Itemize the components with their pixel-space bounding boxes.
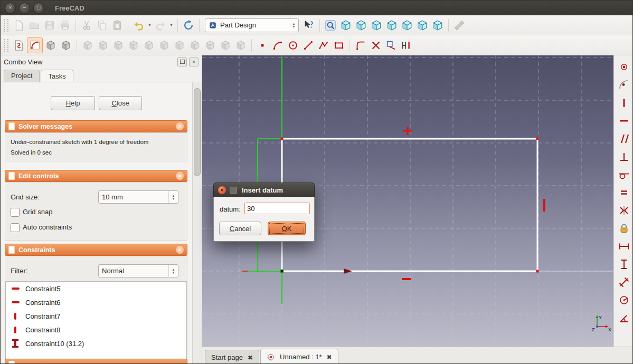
- workbench-selector[interactable]: Part Design ▲▼: [205, 18, 299, 32]
- tab-close-icon[interactable]: ✖: [248, 354, 253, 361]
- chamfer-icon[interactable]: [157, 38, 172, 53]
- point-on-object-icon[interactable]: [617, 78, 631, 92]
- symmetric-constraint-icon[interactable]: [617, 203, 631, 218]
- mirrored-icon[interactable]: [203, 38, 218, 53]
- float-panel-icon[interactable]: [177, 58, 187, 66]
- polar-pattern-icon[interactable]: [233, 38, 248, 53]
- grid-size-select[interactable]: 10 mm ▲▼: [98, 190, 178, 204]
- print-icon[interactable]: [58, 18, 72, 33]
- next-section-header[interactable]: [5, 359, 187, 364]
- right-view-icon[interactable]: [384, 18, 399, 33]
- auto-constraints-checkbox[interactable]: [11, 223, 20, 232]
- dialog-titlebar[interactable]: × Insert datum: [213, 183, 315, 197]
- internal-alignment-icon[interactable]: [399, 38, 414, 53]
- tab-close-icon[interactable]: ✖: [327, 353, 332, 361]
- edit-controls-header[interactable]: Edit controls «: [5, 170, 187, 182]
- coincident-constraint-icon[interactable]: [617, 60, 631, 74]
- fillet-sketch-icon[interactable]: [353, 38, 368, 53]
- constraints-header[interactable]: Constraints «: [5, 244, 187, 256]
- list-item[interactable]: Constraint7: [6, 309, 186, 323]
- fit-all-icon[interactable]: [323, 18, 338, 33]
- create-circle-icon[interactable]: [286, 38, 300, 53]
- front-view-icon[interactable]: [354, 18, 369, 33]
- vertical-constraint-icon[interactable]: [617, 95, 631, 110]
- vertical-distance-icon[interactable]: [617, 257, 631, 272]
- list-item[interactable]: Constraint10 (31.2): [6, 337, 186, 350]
- grid-snap-checkbox[interactable]: [11, 208, 20, 217]
- fillet-icon[interactable]: [141, 38, 156, 53]
- draft-icon[interactable]: [172, 38, 187, 53]
- dialog-close-icon[interactable]: ×: [218, 186, 226, 194]
- sketch-vertices[interactable]: [280, 138, 539, 273]
- horizontal-constraint-icon[interactable]: [617, 113, 631, 128]
- workbench-spinner[interactable]: ▲▼: [289, 19, 298, 32]
- measure-icon[interactable]: [452, 18, 467, 33]
- external-geometry-icon[interactable]: [384, 38, 399, 53]
- tab-tasks[interactable]: Tasks: [41, 70, 73, 82]
- map-sketch-icon[interactable]: [43, 38, 58, 53]
- collapse-section-icon[interactable]: «: [176, 172, 184, 180]
- save-icon[interactable]: [42, 18, 57, 33]
- copy-icon[interactable]: [95, 18, 109, 33]
- create-rectangle-icon[interactable]: [332, 38, 346, 53]
- create-arc-icon[interactable]: [270, 38, 285, 53]
- list-item[interactable]: Constraint5: [6, 282, 186, 295]
- trim-icon[interactable]: [369, 38, 383, 53]
- rear-view-icon[interactable]: [400, 18, 414, 33]
- panel-scrollbar[interactable]: [192, 82, 202, 364]
- window-close-icon[interactable]: ×: [5, 3, 16, 14]
- collapse-section-icon[interactable]: «: [176, 122, 184, 130]
- linear-pattern-icon[interactable]: [218, 38, 233, 53]
- create-sketch-icon[interactable]: [12, 38, 26, 53]
- combo-view-header[interactable]: Combo View ×: [1, 55, 202, 68]
- perpendicular-constraint-icon[interactable]: [617, 149, 631, 164]
- filter-select[interactable]: Normal ▲▼: [98, 264, 178, 277]
- top-view-icon[interactable]: [369, 18, 384, 33]
- new-file-icon[interactable]: [12, 18, 26, 33]
- datum-input[interactable]: [244, 203, 310, 214]
- create-line-icon[interactable]: [301, 38, 316, 53]
- tab-unnamed-document[interactable]: Unnamed : 1* ✖: [260, 349, 338, 364]
- create-point-icon[interactable]: [255, 38, 270, 53]
- grid-size-spinner[interactable]: ▲▼: [168, 191, 178, 203]
- solver-messages-header[interactable]: Solver messages «: [5, 120, 187, 132]
- redo-icon[interactable]: [153, 18, 168, 33]
- parallel-constraint-icon[interactable]: [617, 131, 631, 146]
- filter-spinner[interactable]: ▲▼: [168, 265, 178, 277]
- list-item[interactable]: Constraint8: [6, 323, 186, 337]
- collapse-section-icon[interactable]: «: [176, 246, 184, 254]
- angle-constraint-icon[interactable]: [617, 311, 631, 325]
- horizontal-distance-icon[interactable]: [617, 239, 631, 254]
- edit-sketch-icon[interactable]: [27, 37, 43, 53]
- close-task-button[interactable]: Close: [99, 96, 142, 110]
- pocket-icon[interactable]: [96, 38, 110, 53]
- cancel-button[interactable]: Cancel: [219, 222, 261, 235]
- open-file-icon[interactable]: [27, 18, 42, 33]
- list-item[interactable]: Constraint6: [6, 295, 186, 309]
- grid-snap-label[interactable]: Grid snap: [23, 208, 52, 216]
- window-minimize-icon[interactable]: −: [19, 3, 30, 14]
- axonometric-view-icon[interactable]: [338, 18, 353, 33]
- refresh-icon[interactable]: [181, 18, 196, 33]
- toolbar-drag-handle[interactable]: [4, 19, 8, 32]
- cut-icon[interactable]: [79, 18, 94, 33]
- ok-button[interactable]: OK: [268, 222, 306, 235]
- groove-icon[interactable]: [126, 38, 141, 53]
- radius-constraint-icon[interactable]: [617, 293, 631, 308]
- window-maximize-icon[interactable]: □: [33, 3, 44, 14]
- create-polyline-icon[interactable]: [316, 38, 331, 53]
- window-titlebar[interactable]: × − □ FreeCAD: [1, 1, 632, 15]
- tab-start-page[interactable]: Start page ✖: [205, 350, 259, 364]
- undo-dropdown-icon[interactable]: ▾: [147, 23, 153, 27]
- thickness-icon[interactable]: [187, 38, 202, 53]
- whats-this-icon[interactable]: [301, 18, 316, 33]
- scrollbar-thumb[interactable]: [194, 88, 201, 176]
- paste-icon[interactable]: [110, 18, 125, 33]
- redo-dropdown-icon[interactable]: ▾: [168, 23, 174, 27]
- lock-constraint-icon[interactable]: [617, 221, 631, 236]
- tangent-constraint-icon[interactable]: [617, 167, 631, 182]
- bottom-view-icon[interactable]: [415, 18, 430, 33]
- sketch-rectangle[interactable]: [282, 139, 537, 271]
- left-view-icon[interactable]: [430, 18, 445, 33]
- auto-constraints-label[interactable]: Auto constraints: [23, 223, 72, 231]
